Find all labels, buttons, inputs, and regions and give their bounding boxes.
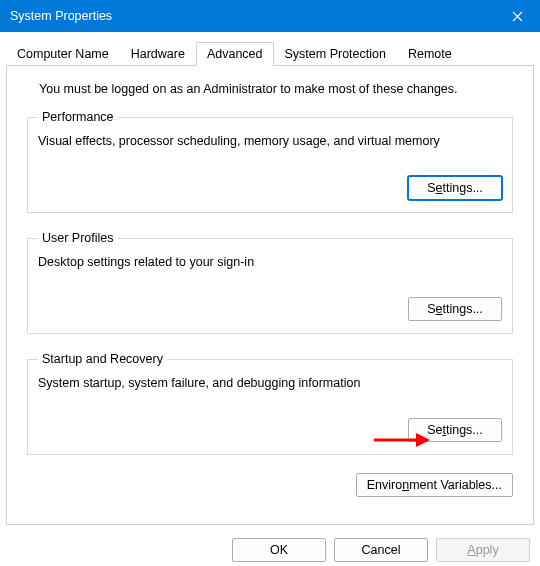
apply-button[interactable]: Apply <box>436 538 530 562</box>
dialog-footer: OK Cancel Apply <box>0 526 540 562</box>
close-icon <box>512 11 523 22</box>
advanced-panel: You must be logged on as an Administrato… <box>6 65 534 525</box>
tab-strip: Computer Name Hardware Advanced System P… <box>6 42 534 66</box>
tab-remote[interactable]: Remote <box>397 42 463 66</box>
user-profiles-legend: User Profiles <box>38 231 118 245</box>
tab-advanced[interactable]: Advanced <box>196 42 274 66</box>
user-profiles-group: User Profiles Desktop settings related t… <box>27 231 513 334</box>
tab-hardware[interactable]: Hardware <box>120 42 196 66</box>
startup-recovery-legend: Startup and Recovery <box>38 352 167 366</box>
performance-group: Performance Visual effects, processor sc… <box>27 110 513 213</box>
tab-computer-name[interactable]: Computer Name <box>6 42 120 66</box>
startup-recovery-settings-button[interactable]: Settings... <box>408 418 502 442</box>
cancel-button[interactable]: Cancel <box>334 538 428 562</box>
startup-recovery-group: Startup and Recovery System startup, sys… <box>27 352 513 455</box>
user-profiles-settings-button[interactable]: Settings... <box>408 297 502 321</box>
performance-desc: Visual effects, processor scheduling, me… <box>38 134 502 148</box>
performance-settings-button[interactable]: Settings... <box>408 176 502 200</box>
user-profiles-desc: Desktop settings related to your sign-in <box>38 255 502 269</box>
admin-notice: You must be logged on as an Administrato… <box>39 82 521 96</box>
close-button[interactable] <box>494 0 540 32</box>
titlebar: System Properties <box>0 0 540 32</box>
performance-legend: Performance <box>38 110 118 124</box>
window-title: System Properties <box>10 9 112 23</box>
tab-system-protection[interactable]: System Protection <box>274 42 397 66</box>
startup-recovery-desc: System startup, system failure, and debu… <box>38 376 502 390</box>
environment-variables-button[interactable]: Environment Variables... <box>356 473 513 497</box>
ok-button[interactable]: OK <box>232 538 326 562</box>
